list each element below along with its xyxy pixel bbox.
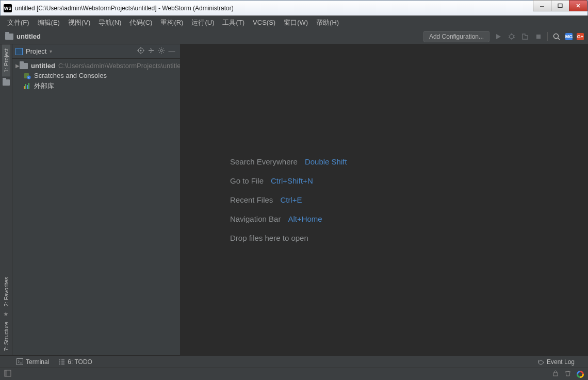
svg-rect-37 — [553, 373, 558, 376]
project-panel-title[interactable]: Project — [26, 47, 46, 55]
hint-go-to-file: Go to File Ctrl+Shift+N — [230, 176, 313, 185]
expand-arrow-icon[interactable]: ▶ — [15, 63, 20, 69]
event-log-label: Event Log — [547, 358, 575, 366]
svg-rect-36 — [5, 370, 7, 376]
left-tool-gutter: 1: Project 2: Favorites ★ 7: Structure — [0, 44, 12, 355]
webstorm-icon: WS — [4, 4, 12, 12]
hint-label: Navigation Bar — [230, 214, 281, 223]
window-minimize-button[interactable] — [533, 0, 551, 11]
terminal-label: Terminal — [26, 358, 49, 366]
lock-icon[interactable] — [552, 370, 559, 379]
structure-tool-tab[interactable]: 7: Structure — [2, 318, 10, 355]
terminal-tool-button[interactable]: Terminal — [17, 358, 49, 366]
collapse-all-icon[interactable] — [146, 47, 156, 56]
project-tree[interactable]: ▶ untitled C:\Users\admin\WebstormProjec… — [12, 59, 180, 94]
menu-refactor[interactable]: 重构(R) — [156, 17, 187, 28]
tree-external-libs[interactable]: 外部库 — [12, 80, 180, 92]
translate-plugin-icon[interactable]: MG — [565, 33, 573, 40]
svg-line-14 — [558, 38, 560, 40]
google-account-icon[interactable] — [577, 371, 584, 378]
menu-view[interactable]: 视图(V) — [64, 17, 94, 28]
hide-panel-icon[interactable]: — — [167, 47, 177, 55]
menu-navigate[interactable]: 导航(N) — [94, 17, 125, 28]
project-tool-window: Project ▾ — ▶ untitled C:\Users\admin\We… — [12, 44, 181, 355]
stop-icon[interactable] — [534, 32, 543, 41]
svg-point-16 — [140, 50, 142, 52]
hint-search-everywhere: Search Everywhere Double Shift — [230, 157, 347, 166]
svg-marker-4 — [496, 34, 501, 39]
svg-point-34 — [538, 361, 543, 365]
hint-shortcut: Ctrl+E — [280, 195, 302, 204]
svg-rect-1 — [558, 4, 562, 8]
library-icon — [24, 83, 31, 89]
todo-label: 6: TODO — [68, 358, 92, 366]
menu-help[interactable]: 帮助(H) — [312, 17, 343, 28]
hint-label: Drop files here to open — [230, 234, 308, 242]
tree-root-path: C:\Users\admin\WebstormProjects\untitled — [58, 62, 180, 70]
svg-point-13 — [554, 34, 559, 38]
hint-label: Recent Files — [230, 195, 273, 204]
project-tool-tab[interactable]: 1: Project — [2, 44, 10, 76]
project-panel-header: Project ▾ — — [12, 44, 180, 59]
tree-scratches-label: Scratches and Consoles — [34, 72, 107, 79]
star-icon: ★ — [3, 310, 9, 318]
tree-external-libs-label: 外部库 — [34, 81, 54, 91]
folder-icon — [20, 63, 28, 69]
menu-tools[interactable]: 工具(T) — [218, 17, 249, 28]
hint-shortcut: Ctrl+Shift+N — [271, 176, 313, 185]
add-configuration-button[interactable]: Add Configuration... — [423, 31, 489, 42]
project-view-icon — [15, 48, 23, 55]
breadcrumb-project[interactable]: untitled — [17, 32, 423, 40]
tree-scratches[interactable]: c Scratches and Consoles — [12, 71, 180, 80]
hint-drop-files: Drop files here to open — [230, 234, 308, 242]
window-title: untitled [C:\Users\admin\WebstormProject… — [15, 5, 533, 12]
event-log-button[interactable]: Event Log — [537, 358, 575, 366]
menu-vcs[interactable]: VCS(S) — [249, 18, 280, 27]
svg-rect-12 — [536, 35, 541, 39]
menu-bar: 文件(F) 编辑(E) 视图(V) 导航(N) 代码(C) 重构(R) 运行(U… — [0, 15, 588, 29]
folder-icon[interactable] — [3, 79, 10, 86]
hint-recent-files: Recent Files Ctrl+E — [230, 195, 302, 204]
navigation-bar: untitled Add Configuration... MG G+ — [0, 29, 588, 44]
locate-icon[interactable] — [136, 47, 146, 56]
tool-windows-toggle-icon[interactable] — [4, 370, 11, 379]
tree-root-name: untitled — [31, 62, 55, 70]
folder-icon — [5, 34, 13, 40]
window-titlebar: WS untitled [C:\Users\admin\WebstormProj… — [0, 0, 588, 15]
tree-root[interactable]: ▶ untitled C:\Users\admin\WebstormProjec… — [12, 61, 180, 71]
menu-run[interactable]: 运行(U) — [187, 17, 218, 28]
favorites-tool-tab[interactable]: 2: Favorites — [2, 273, 10, 310]
svg-point-22 — [160, 49, 162, 52]
hint-label: Go to File — [230, 176, 264, 185]
search-icon[interactable] — [552, 32, 561, 41]
hint-shortcut: Alt+Home — [288, 214, 322, 223]
gear-icon[interactable] — [156, 47, 167, 56]
bottom-tool-bar: Terminal 6: TODO Event Log — [0, 355, 588, 368]
coverage-icon[interactable] — [520, 32, 530, 41]
menu-window[interactable]: 窗口(W) — [280, 17, 312, 28]
menu-edit[interactable]: 编辑(E) — [34, 17, 64, 28]
status-bar — [0, 368, 588, 380]
window-close-button[interactable] — [569, 0, 587, 11]
svg-rect-26 — [17, 359, 23, 365]
scratches-icon: c — [24, 72, 31, 79]
google-plus-icon[interactable]: G+ — [577, 33, 584, 40]
chevron-down-icon[interactable]: ▾ — [50, 48, 52, 54]
svg-point-5 — [510, 35, 514, 39]
editor-empty-state[interactable]: Search Everywhere Double Shift Go to Fil… — [181, 44, 588, 355]
debug-icon[interactable] — [507, 32, 516, 41]
hint-navigation-bar: Navigation Bar Alt+Home — [230, 214, 322, 223]
hint-shortcut: Double Shift — [305, 157, 347, 166]
trash-icon[interactable] — [564, 370, 571, 379]
run-icon[interactable] — [494, 32, 503, 41]
window-maximize-button[interactable] — [551, 0, 569, 11]
menu-file[interactable]: 文件(F) — [3, 17, 34, 28]
todo-tool-button[interactable]: 6: TODO — [58, 358, 92, 366]
hint-label: Search Everywhere — [230, 157, 298, 166]
menu-code[interactable]: 代码(C) — [125, 17, 156, 28]
